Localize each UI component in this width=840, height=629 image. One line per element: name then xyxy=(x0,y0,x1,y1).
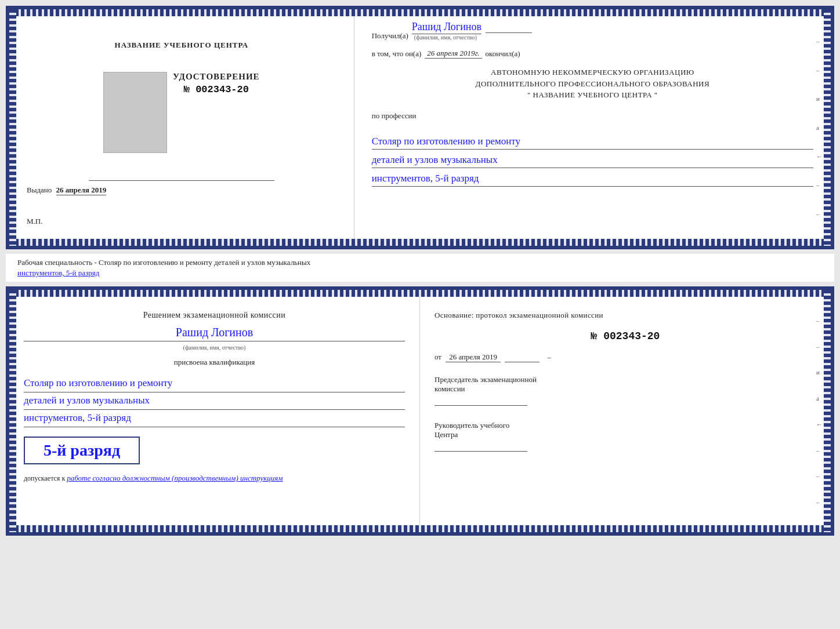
bottom-right-border xyxy=(824,290,831,532)
bottom-doc-right: Основание: протокол экзаменационной коми… xyxy=(420,290,831,532)
bottom-fio-label: (фамилия, имя, отчество) xyxy=(183,344,246,351)
prof-line2: деталей и узлов музыкальных xyxy=(372,152,813,168)
vtom-prefix: в том, что он(а) xyxy=(372,49,422,59)
dash-after-name xyxy=(486,32,532,33)
protocol-number: № 002343-20 xyxy=(435,330,816,342)
razryad-box-container: 5-й разряд xyxy=(24,433,405,464)
middle-label-underline: инструментов, 5-й разряд xyxy=(17,268,99,277)
org-line2: ДОПОЛНИТЕЛЬНОГО ПРОФЕССИОНАЛЬНОГО ОБРАЗО… xyxy=(372,78,813,90)
dopuskaetsya-prefix: допускается к xyxy=(24,474,65,482)
right-border-strips xyxy=(824,9,831,246)
date-value: 26 апреля 2019г. xyxy=(425,49,481,59)
top-doc-right-panel: Получил(а) Рашид Логинов (фамилия, имя, … xyxy=(354,9,831,246)
middle-label: Рабочая специальность - Столяр по изгото… xyxy=(6,254,834,282)
ot-label: от xyxy=(435,352,441,361)
middle-label-text: Рабочая специальность - Столяр по изгото… xyxy=(17,258,310,267)
udostoverenie-number: № 002343-20 xyxy=(173,84,260,95)
org-line1: АВТОНОМНУЮ НЕКОММЕРЧЕСКУЮ ОРГАНИЗАЦИЮ xyxy=(372,67,813,78)
rukovoditel-line2: Центра xyxy=(435,430,816,439)
udostoverenie-block: УДОСТОВЕРЕНИЕ № 002343-20 xyxy=(173,72,260,95)
mp-label: М.П. xyxy=(27,217,42,226)
qual-line2: деталей и узлов музыкальных xyxy=(24,392,405,410)
bottom-bottom-border xyxy=(9,525,831,532)
org-block: АВТОНОМНУЮ НЕКОММЕРЧЕСКУЮ ОРГАНИЗАЦИЮ ДО… xyxy=(372,67,813,101)
osnov-title: Основание: протокол экзаменационной коми… xyxy=(435,311,816,320)
vydano-date: 26 апреля 2019 xyxy=(56,186,107,195)
udostoverenie-title: УДОСТОВЕРЕНИЕ xyxy=(173,72,260,82)
bottom-left-border xyxy=(9,290,16,532)
vydano-line: Выдано 26 апреля 2019 xyxy=(27,186,336,195)
rukovoditel-sign-line xyxy=(435,451,527,452)
predsedatel-line1: Председатель экзаменационной xyxy=(435,375,816,384)
predsedatel-line2: комиссии xyxy=(435,384,816,394)
rukovoditel-block: Руководитель учебного Центра xyxy=(435,421,816,452)
top-profession-block: Столяр по изготовлению и ремонту деталей… xyxy=(372,131,813,187)
fio-label: (фамилия, имя, отчество) xyxy=(414,34,534,41)
top-doc-left-panel: НАЗВАНИЕ УЧЕБНОГО ЦЕНТРА УДОСТОВЕРЕНИЕ №… xyxy=(9,9,354,246)
document-container: НАЗВАНИЕ УЧЕБНОГО ЦЕНТРА УДОСТОВЕРЕНИЕ №… xyxy=(6,6,834,536)
org-quote: " НАЗВАНИЕ УЧЕБНОГО ЦЕНТРА " xyxy=(372,89,813,101)
qual-line1: Столяр по изготовлению и ремонту xyxy=(24,375,405,392)
ot-date-line: от 26 апреля 2019 – xyxy=(435,352,816,362)
bottom-top-border xyxy=(9,290,831,297)
bottom-document: Решением экзаменационной комиссии Рашид … xyxy=(6,286,834,536)
vydano-label: Выдано xyxy=(27,186,52,194)
bottom-name-block: Рашид Логинов (фамилия, имя, отчество) xyxy=(24,326,405,352)
resheniem-title: Решением экзаменационной комиссии xyxy=(24,311,405,320)
top-left-center-title: НАЗВАНИЕ УЧЕБНОГО ЦЕНТРА xyxy=(115,41,249,50)
prisvoena-label: присвоена квалификация xyxy=(24,358,405,367)
recipient-line: Получил(а) Рашид Логинов (фамилия, имя, … xyxy=(372,21,813,41)
bottom-recipient-name: Рашид Логинов xyxy=(24,326,405,341)
prof-line1: Столяр по изготовлению и ремонту xyxy=(372,133,813,150)
dopuskaetsya-line: допускается к работе согласно должностны… xyxy=(24,474,405,483)
po-professii: по профессии xyxy=(372,111,813,121)
predsedatel-sign-line xyxy=(435,405,527,406)
okonchil-label: окончил(а) xyxy=(486,49,520,59)
left-border-strips xyxy=(9,9,16,246)
recipient-name: Рашид Логинов xyxy=(412,21,481,34)
ot-date: 26 апреля 2019 xyxy=(446,352,501,362)
razryad-box: 5-й разряд xyxy=(24,437,140,464)
bottom-qualification-block: Столяр по изготовлению и ремонту деталей… xyxy=(24,375,405,427)
dopuskaetsya-text: работе согласно должностным (производств… xyxy=(67,474,283,482)
poluchil-label: Получил(а) xyxy=(372,31,408,41)
date-line: в том, что он(а) 26 апреля 2019г. окончи… xyxy=(372,49,813,59)
prof-line3: инструментов, 5-й разряд xyxy=(372,170,813,187)
bottom-doc-left: Решением экзаменационной комиссии Рашид … xyxy=(9,290,420,532)
photo-placeholder xyxy=(103,72,167,153)
qual-line3: инструментов, 5-й разряд xyxy=(24,410,405,427)
top-document: НАЗВАНИЕ УЧЕБНОГО ЦЕНТРА УДОСТОВЕРЕНИЕ №… xyxy=(6,6,834,249)
predsedatel-block: Председатель экзаменационной комиссии xyxy=(435,375,816,406)
rukovoditel-line1: Руководитель учебного xyxy=(435,421,816,430)
